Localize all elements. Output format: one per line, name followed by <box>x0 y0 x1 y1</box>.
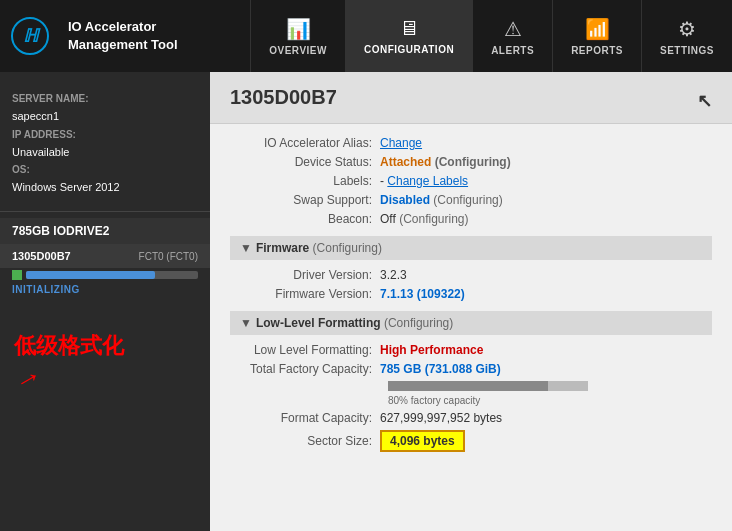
tab-alerts[interactable]: ⚠ ALERTS <box>472 0 552 72</box>
driver-version-row: Driver Version: 3.2.3 <box>230 268 712 282</box>
sidebar: SERVER NAME: sapeccn1 IP ADDRESS: Unavai… <box>0 72 210 531</box>
progress-fill <box>26 271 155 279</box>
firmware-arrow-icon: ▼ <box>240 241 252 255</box>
progress-bar <box>26 271 198 279</box>
content-body: IO Accelerator Alias: Change Device Stat… <box>210 124 732 469</box>
firmware-version-value: 7.1.13 (109322) <box>380 287 465 301</box>
content-header: 1305D00B7 ↖ <box>210 72 732 124</box>
llf-configuring: (Configuring) <box>384 316 453 330</box>
llf-section-header[interactable]: ▼ Low-Level Formatting (Configuring) <box>230 311 712 335</box>
iodrive-header: 785GB IODRIVE2 <box>0 218 210 244</box>
main-layout: SERVER NAME: sapeccn1 IP ADDRESS: Unavai… <box>0 72 732 531</box>
hp-logo: ℍ <box>0 0 60 72</box>
format-capacity-value: 627,999,997,952 bytes <box>380 411 502 425</box>
nav-tabs: 📊 OVERVIEW 🖥 CONFIGURATION ⚠ ALERTS 📶 RE… <box>250 0 732 72</box>
tab-overview[interactable]: 📊 OVERVIEW <box>250 0 345 72</box>
device-status-value: Attached <box>380 155 431 169</box>
factory-bar-label: 80% factory capacity <box>388 395 712 406</box>
arrow-annotation: → <box>0 359 210 395</box>
factory-bar <box>388 381 588 391</box>
firmware-title: Firmware <box>256 241 309 255</box>
factory-bar-fill <box>388 381 548 391</box>
beacon-value: Off <box>380 212 396 226</box>
beacon-row: Beacon: Off (Configuring) <box>230 212 712 226</box>
app-title: IO Accelerator Management Tool <box>60 18 178 54</box>
initializing-text: INITIALIZING <box>0 282 210 303</box>
settings-icon: ⚙ <box>678 17 696 41</box>
change-alias-link[interactable]: Change <box>380 136 422 150</box>
sector-size-row: Sector Size: 4,096 bytes <box>230 430 712 452</box>
status-indicator <box>12 270 22 280</box>
llf-title: Low-Level Formatting <box>256 316 381 330</box>
hp-logo-circle: ℍ <box>11 17 49 55</box>
tab-reports[interactable]: 📶 REPORTS <box>552 0 641 72</box>
content-area: 1305D00B7 ↖ IO Accelerator Alias: Change… <box>210 72 732 531</box>
factory-capacity-value: 785 GB (731.088 GiB) <box>380 362 501 376</box>
overview-icon: 📊 <box>286 17 311 41</box>
reports-icon: 📶 <box>585 17 610 41</box>
device-status-row: Device Status: Attached (Configuring) <box>230 155 712 169</box>
change-labels-link[interactable]: Change Labels <box>387 174 468 188</box>
chinese-annotation: 低级格式化 <box>0 303 210 359</box>
firmware-version-row: Firmware Version: 7.1.13 (109322) <box>230 287 712 301</box>
driver-version-value: 3.2.3 <box>380 268 407 282</box>
llf-row: Low Level Formatting: High Performance <box>230 343 712 357</box>
labels-row: Labels: - Change Labels <box>230 174 712 188</box>
firmware-configuring: (Configuring) <box>313 241 382 255</box>
alias-row: IO Accelerator Alias: Change <box>230 136 712 150</box>
header: ℍ IO Accelerator Management Tool 📊 OVERV… <box>0 0 732 72</box>
device-item[interactable]: 1305D00B7 FCT0 (FCT0) <box>0 244 210 268</box>
llf-value: High Performance <box>380 343 483 357</box>
sector-size-value: 4,096 bytes <box>380 430 465 452</box>
configuration-icon: 🖥 <box>399 17 419 40</box>
swap-support-value: Disabled <box>380 193 430 207</box>
swap-support-row: Swap Support: Disabled (Configuring) <box>230 193 712 207</box>
tab-configuration[interactable]: 🖥 CONFIGURATION <box>345 0 472 72</box>
tab-settings[interactable]: ⚙ SETTINGS <box>641 0 732 72</box>
llf-arrow-icon: ▼ <box>240 316 252 330</box>
format-capacity-row: Format Capacity: 627,999,997,952 bytes <box>230 411 712 425</box>
alerts-icon: ⚠ <box>504 17 522 41</box>
factory-capacity-row: Total Factory Capacity: 785 GB (731.088 … <box>230 362 712 376</box>
firmware-section-header[interactable]: ▼ Firmware (Configuring) <box>230 236 712 260</box>
cursor-indicator: ↖ <box>697 90 712 112</box>
server-info: SERVER NAME: sapeccn1 IP ADDRESS: Unavai… <box>0 82 210 205</box>
